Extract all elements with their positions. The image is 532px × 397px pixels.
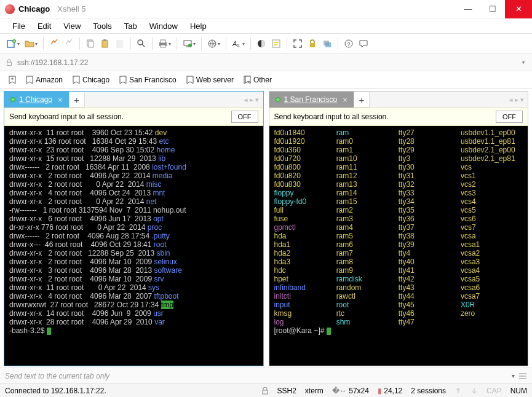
- bookmark-web-server[interactable]: Web server: [183, 74, 237, 86]
- bookmark-amazon[interactable]: Amazon: [22, 74, 66, 86]
- svg-rect-4: [102, 41, 108, 47]
- menu-file[interactable]: File: [7, 20, 30, 33]
- terminal-right[interactable]: fd0u1840ramtty27usbdev1.1_ep00fd0u1920ra…: [269, 126, 528, 366]
- color-scheme-button[interactable]: [255, 36, 268, 51]
- bookmark-chicago[interactable]: Chicago: [69, 74, 113, 86]
- keybar-label: Send keyboard input to all session.: [274, 112, 496, 121]
- workarea: 1 Chicago × + ◂ ▸ ▾ Send keyboard input …: [0, 88, 532, 368]
- font-button[interactable]: Aa▾: [230, 36, 247, 51]
- new-session-button[interactable]: ▾: [5, 36, 22, 51]
- status-num: NUM: [510, 387, 527, 395]
- find-button[interactable]: [135, 36, 148, 51]
- app-logo: [5, 4, 15, 14]
- multiline-icon[interactable]: [518, 372, 527, 380]
- svg-text:a: a: [237, 42, 240, 48]
- bookmark-bar: Amazon Chicago San Francisco Web server …: [0, 71, 532, 88]
- open-session-button[interactable]: ▾: [23, 36, 39, 51]
- pane-left: 1 Chicago × + ◂ ▸ ▾ Send keyboard input …: [4, 91, 264, 366]
- menu-window[interactable]: Window: [145, 20, 183, 33]
- menubar: File Edit View Tools Tab Window Help: [0, 18, 532, 33]
- window-title: Chicago: [18, 4, 50, 14]
- status-term-type: xterm: [305, 387, 324, 395]
- titlebar: Chicago Xshell 5 — ☐ ✕: [0, 0, 532, 18]
- bookmark-other[interactable]: Other: [240, 74, 276, 86]
- tab-label: 1 Chicago: [19, 95, 52, 104]
- paste-selection-button[interactable]: [113, 36, 127, 51]
- tab-close-icon[interactable]: ×: [58, 95, 63, 104]
- menu-tab[interactable]: Tab: [119, 20, 142, 33]
- maximize-button[interactable]: ☐: [480, 0, 505, 18]
- status-size: �↔ 57x24: [332, 387, 369, 395]
- keyboard-broadcast-bar: Send keyboard input to all session. OFF: [4, 108, 263, 126]
- address-text: ssh://192.168.1.17:22: [17, 58, 520, 67]
- tab-san-francisco[interactable]: 1 San Francisco ×: [269, 92, 354, 108]
- tab-nav[interactable]: ◂ ▸ ▾: [509, 92, 528, 108]
- file-transfer-button[interactable]: ▾: [181, 36, 197, 51]
- transparency-button[interactable]: [320, 36, 334, 51]
- send-dropdown[interactable]: ▾: [508, 372, 518, 379]
- keyboard-broadcast-bar: Send keyboard input to all session. OFF: [269, 108, 528, 126]
- addressbar[interactable]: ssh://192.168.1.17:22 ▾: [0, 54, 532, 71]
- terminal-left[interactable]: drwxr-xr-x 11 root root 3960 Oct 23 15:4…: [4, 126, 263, 366]
- svg-rect-26: [263, 390, 268, 394]
- status-connected: Connected to 192.168.1.17:22.: [5, 387, 106, 395]
- svg-rect-6: [117, 41, 122, 47]
- tab-nav[interactable]: ◂ ▸ ▾: [244, 92, 263, 108]
- highlight-button[interactable]: [269, 36, 283, 51]
- menu-view[interactable]: View: [58, 20, 85, 33]
- svg-rect-18: [274, 42, 279, 43]
- menu-help[interactable]: Help: [185, 20, 212, 33]
- send-placeholder: Send text to the current tab only: [5, 372, 508, 380]
- feedback-button[interactable]: [357, 36, 370, 51]
- lock-button[interactable]: [306, 36, 319, 51]
- svg-rect-19: [274, 44, 277, 45]
- bookmark-san-francisco[interactable]: San Francisco: [116, 74, 180, 86]
- reconnect-button[interactable]: [47, 36, 61, 51]
- fullscreen-button[interactable]: [291, 36, 304, 51]
- tab-label: 1 San Francisco: [284, 95, 338, 104]
- statusbar: Connected to 192.168.1.17:22. SSH2 xterm…: [0, 383, 532, 397]
- status-led-icon: [10, 97, 15, 102]
- up-arrow-icon[interactable]: [455, 387, 462, 395]
- minimize-button[interactable]: —: [456, 0, 480, 18]
- svg-rect-9: [161, 40, 165, 43]
- lock-icon: [261, 387, 269, 395]
- help-button[interactable]: ?: [342, 36, 355, 51]
- keybar-toggle-button[interactable]: OFF: [496, 111, 523, 123]
- disconnect-button[interactable]: [62, 36, 76, 51]
- status-pos: ▮ 24,12: [378, 387, 402, 395]
- tab-add-button[interactable]: +: [69, 92, 85, 108]
- svg-rect-5: [103, 39, 106, 41]
- menu-edit[interactable]: Edit: [33, 20, 56, 33]
- tab-chicago[interactable]: 1 Chicago ×: [4, 92, 69, 108]
- svg-point-12: [188, 44, 192, 47]
- tab-close-icon[interactable]: ×: [343, 95, 347, 104]
- add-bookmark-button[interactable]: [5, 74, 20, 86]
- menu-tools[interactable]: Tools: [88, 20, 116, 33]
- down-arrow-icon[interactable]: [470, 387, 478, 395]
- lock-icon: [5, 58, 14, 67]
- toolbar: ▾ ▾ ▾ ▾ ▾ Aa▾ ?: [0, 33, 532, 54]
- keybar-label: Send keyboard input to all session.: [9, 112, 231, 121]
- svg-rect-3: [89, 41, 93, 47]
- window-subtitle: Xshell 5: [57, 4, 85, 14]
- status-sessions: 2 sessions: [411, 387, 446, 395]
- send-input-bar[interactable]: Send text to the current tab only ▾: [0, 368, 532, 383]
- svg-text:?: ?: [347, 41, 351, 47]
- address-dropdown[interactable]: ▾: [520, 60, 527, 65]
- keybar-toggle-button[interactable]: OFF: [231, 111, 258, 123]
- svg-rect-17: [272, 40, 280, 47]
- tab-add-button[interactable]: +: [354, 92, 370, 108]
- print-button[interactable]: ▾: [156, 36, 173, 51]
- pane-right: 1 San Francisco × + ◂ ▸ ▾ Send keyboard …: [269, 91, 529, 366]
- status-cap: CAP: [486, 387, 502, 395]
- svg-rect-20: [310, 43, 315, 47]
- paste-button[interactable]: [98, 36, 112, 51]
- status-led-icon: [276, 97, 280, 102]
- copy-button[interactable]: [84, 36, 97, 51]
- svg-rect-10: [161, 45, 165, 47]
- close-button[interactable]: ✕: [505, 0, 532, 18]
- svg-point-7: [138, 40, 143, 45]
- svg-rect-25: [7, 62, 12, 65]
- web-button[interactable]: ▾: [205, 36, 222, 51]
